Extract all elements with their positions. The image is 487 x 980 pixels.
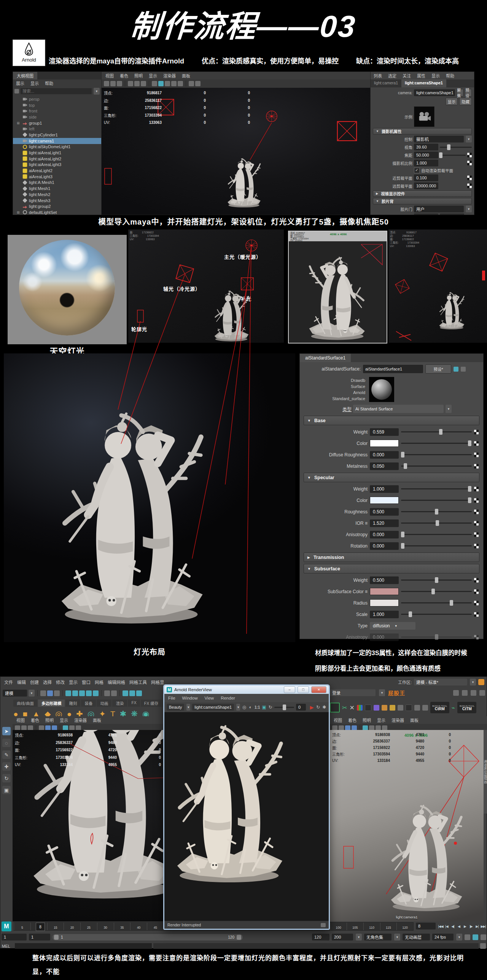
outliner-item[interactable]: front <box>13 108 101 114</box>
shelf-tab[interactable]: 雕刻 <box>65 700 80 707</box>
main-menu-item[interactable]: 网格显示 <box>151 679 164 685</box>
value-slider[interactable] <box>401 579 472 581</box>
section-base[interactable]: ▼Base <box>303 416 479 425</box>
checker-icon[interactable] <box>330 703 340 713</box>
value-slider[interactable] <box>401 522 472 523</box>
viewport-menu-item[interactable]: 视图 <box>16 717 25 723</box>
snap-curve-icon[interactable] <box>72 690 78 696</box>
outliner-item[interactable]: light:Mesh2 <box>13 191 101 197</box>
value-field[interactable]: 1.000 <box>370 611 399 618</box>
texture-map-button[interactable] <box>474 498 479 503</box>
current-frame-marker[interactable]: 8 <box>36 923 45 931</box>
panel-icon[interactable] <box>134 81 140 86</box>
login-dropdown[interactable]: 登录 <box>330 689 375 696</box>
outliner-menu-item[interactable]: 帮助 <box>45 80 53 86</box>
character-set-dropdown[interactable]: 无角色集 <box>364 934 391 940</box>
fps-dropdown[interactable]: 24 fps <box>432 934 453 940</box>
texture-map-button[interactable] <box>467 183 472 188</box>
mode-dropdown[interactable]: 建模 <box>3 690 27 697</box>
type-dropdown[interactable]: Ai Standard Surface <box>353 405 444 413</box>
exposure-field[interactable]: 0 <box>296 704 306 711</box>
render-icon[interactable] <box>123 690 128 696</box>
snapshot-icon[interactable]: ◎ <box>242 705 246 710</box>
main-menu-item[interactable]: 创建 <box>30 679 39 685</box>
renderview-menu-item[interactable]: View <box>204 696 214 700</box>
current-frame-field[interactable]: 8 <box>416 923 436 929</box>
playback-button[interactable]: ◀ <box>456 924 461 928</box>
rotate-tool[interactable]: ↻ <box>2 774 11 783</box>
stack-icon[interactable] <box>479 690 485 696</box>
curve-icon[interactable] <box>422 705 428 711</box>
attribute-menu-item[interactable]: 列表 <box>374 73 382 79</box>
value-field[interactable]: 1.520 <box>370 519 399 527</box>
playback-button[interactable]: ▶▶| <box>481 924 486 928</box>
fov-field[interactable]: 39.60 <box>414 144 438 151</box>
value-slider[interactable] <box>401 443 472 444</box>
camera-icon[interactable] <box>321 923 326 927</box>
texture-map-button[interactable] <box>474 578 479 582</box>
section-subsurface[interactable]: ▼Subsurface <box>303 564 479 573</box>
value-field[interactable]: 0.500 <box>370 576 399 584</box>
value-slider[interactable] <box>401 534 472 535</box>
main-menu-item[interactable]: 编辑网格 <box>108 679 125 685</box>
main-menu-item[interactable]: 网格工具 <box>129 679 147 685</box>
gear-icon[interactable]: ✱ <box>322 705 326 710</box>
material-name-field[interactable]: aiStandardSurface1 <box>363 365 423 373</box>
main-menu-item[interactable]: 显示 <box>69 679 78 685</box>
color-swatch[interactable] <box>370 440 399 447</box>
value-slider[interactable] <box>401 591 472 592</box>
range-end-handle[interactable] <box>237 935 241 940</box>
viewport-menu-item[interactable]: 面板 <box>93 717 101 723</box>
paint-select-tool[interactable]: ✎ <box>2 751 11 759</box>
color-swatch[interactable] <box>370 496 399 504</box>
tab-camerashape1[interactable]: light:cameraShape1 <box>401 80 446 88</box>
pivot-icon[interactable] <box>390 705 395 711</box>
balance-icon[interactable] <box>461 367 466 372</box>
playback-button[interactable]: |◀ <box>444 924 449 928</box>
viewport-menu-item[interactable]: 照明 <box>362 717 371 723</box>
texture-map-button[interactable] <box>474 635 479 640</box>
shelf-tab[interactable]: 装备 <box>81 700 96 707</box>
preferences-gear-icon[interactable] <box>481 934 486 940</box>
grid-icon[interactable] <box>152 81 157 86</box>
ipr-icon[interactable] <box>129 690 135 696</box>
isolate-icon[interactable] <box>189 81 194 86</box>
aperture-in-1[interactable]: 1.417 <box>414 213 438 215</box>
renderview-menu-item[interactable]: Render <box>221 696 235 700</box>
texture-map-button[interactable] <box>467 161 472 165</box>
texture-map-button[interactable] <box>474 441 479 446</box>
attribute-menu-item[interactable]: 显示 <box>431 73 440 79</box>
control-dropdown[interactable]: 摄影机 <box>414 136 464 143</box>
move-tool[interactable]: ✚ <box>2 762 11 771</box>
history-icon[interactable] <box>365 705 371 711</box>
value-slider[interactable] <box>401 466 472 467</box>
select-tool[interactable]: ➤ <box>2 727 11 735</box>
viewport-menu-item[interactable]: 着色 <box>120 73 128 79</box>
outliner-item[interactable]: top <box>13 102 101 108</box>
outliner-item[interactable]: ⊞ defaultLightSet <box>13 209 101 215</box>
value-slider[interactable] <box>401 431 472 433</box>
preset-button[interactable]: 预设 <box>465 89 472 97</box>
select-component-icon[interactable] <box>54 690 60 696</box>
outliner-item[interactable]: aiAreaLight3 <box>13 173 101 180</box>
lock-icon[interactable] <box>478 679 484 685</box>
viewport-menu-item[interactable]: 照明 <box>45 717 54 723</box>
maximize-button[interactable]: □ <box>297 686 309 693</box>
unlock-icon[interactable] <box>398 705 403 711</box>
mel-input[interactable] <box>15 943 152 949</box>
texture-map-button[interactable] <box>474 464 479 469</box>
zoom-ratio[interactable]: 1:1 <box>254 705 260 710</box>
texture-map-button[interactable] <box>474 601 479 605</box>
viewport-menu-item[interactable]: 视图 <box>105 73 114 79</box>
focal-slider[interactable] <box>440 155 466 156</box>
renderview-menu-item[interactable]: File <box>168 696 176 700</box>
value-slider[interactable] <box>401 614 472 615</box>
camera-scale-field[interactable]: 1.000 <box>414 160 438 166</box>
make-live-icon[interactable] <box>93 690 99 696</box>
snap-plane-icon[interactable] <box>86 690 92 696</box>
expand-icon[interactable]: ⊞ <box>17 210 21 214</box>
workspace-dropdown[interactable]: 建模 - 标准* <box>414 679 467 686</box>
outliner-item[interactable]: left <box>13 126 101 132</box>
viewport-canvas[interactable]: 顶点:918681700 边:2583611700 面:1715682200 三… <box>102 88 370 215</box>
snap-point-icon[interactable] <box>79 690 85 696</box>
